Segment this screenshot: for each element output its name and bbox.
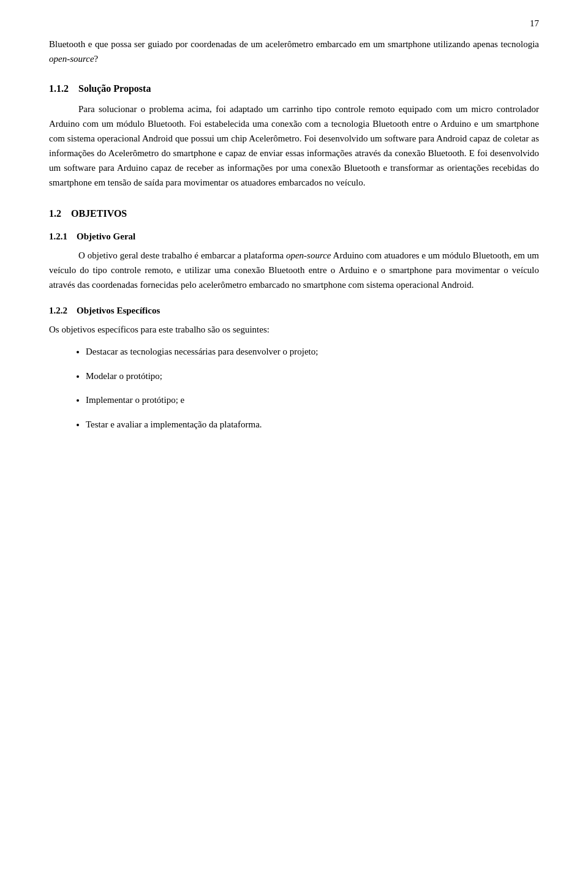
bullet-list: Destacar as tecnologias necessárias para… (86, 344, 539, 432)
subsection-1-2-1-italic: open-source (286, 250, 331, 260)
list-item: Modelar o protótipo; (86, 369, 539, 385)
section-1-1-2-title: Solução Proposta (78, 83, 151, 94)
subsection-1-2-1-title: Objetivo Geral (77, 231, 135, 241)
intro-italic: open-source (49, 54, 94, 64)
page: 17 Bluetooth e que possa ser guiado por … (0, 0, 588, 883)
subsection-1-2-1: 1.2.1 Objetivo Geral O objetivo geral de… (49, 231, 539, 292)
section-1-2-title: OBJETIVOS (71, 208, 127, 219)
intro-paragraph: Bluetooth e que possa ser guiado por coo… (49, 37, 539, 66)
list-item: Destacar as tecnologias necessárias para… (86, 344, 539, 360)
section-1-1-2-number: 1.1.2 (49, 83, 69, 94)
subsection-1-2-2-title: Objetivos Específicos (77, 306, 160, 315)
section-1-2-number: 1.2 (49, 208, 61, 219)
subsection-1-2-1-text1: O objetivo geral deste trabalho é embarc… (78, 250, 286, 260)
section-1-1-2: 1.1.2 Solução Proposta Para solucionar o… (49, 83, 539, 190)
list-item: Implementar o protótipo; e (86, 393, 539, 408)
subsection-1-2-2-heading: 1.2.2 Objetivos Específicos (49, 306, 539, 316)
section-1-2-heading: 1.2 OBJETIVOS (49, 208, 539, 219)
intro-end: ? (94, 54, 99, 64)
objectives-section: 1.2 OBJETIVOS 1.2.1 Objetivo Geral O obj… (49, 208, 539, 432)
subsection-1-2-1-number: 1.2.1 (49, 231, 67, 241)
list-item: Testar e avaliar a implementação da plat… (86, 417, 539, 433)
subsection-1-2-1-paragraph: O objetivo geral deste trabalho é embarc… (49, 248, 539, 292)
intro-text: Bluetooth e que possa ser guiado por coo… (49, 39, 539, 49)
section-1-1-2-paragraph1: Para solucionar o problema acima, foi ad… (49, 102, 539, 190)
subsection-1-2-1-heading: 1.2.1 Objetivo Geral (49, 231, 539, 242)
subsection-1-2-2-intro: Os objetivos específicos para este traba… (49, 322, 539, 337)
subsection-1-2-2: 1.2.2 Objetivos Específicos Os objetivos… (49, 306, 539, 432)
section-1-1-2-heading: 1.1.2 Solução Proposta (49, 83, 539, 94)
page-number: 17 (530, 18, 539, 29)
subsection-1-2-2-number: 1.2.2 (49, 306, 67, 315)
